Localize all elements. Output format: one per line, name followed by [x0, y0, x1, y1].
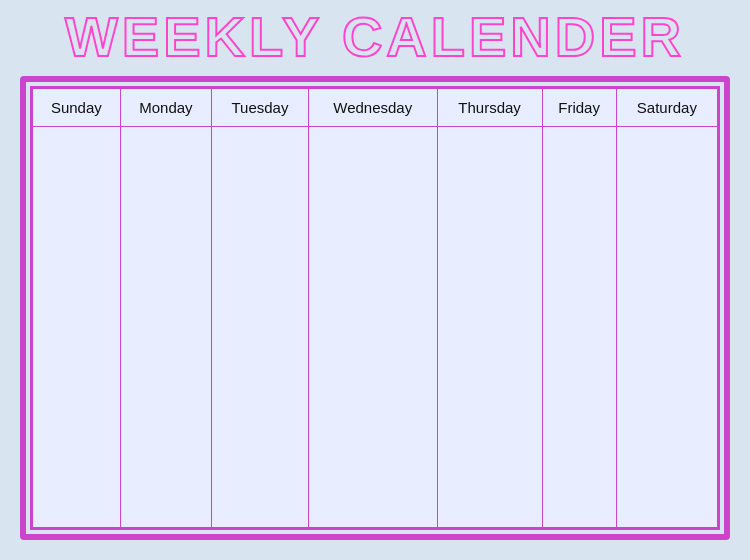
- calendar-outer-border: SundayMondayTuesdayWednesdayThursdayFrid…: [20, 76, 730, 540]
- day-cell-sunday[interactable]: [33, 126, 121, 527]
- day-header-tuesday: Tuesday: [212, 88, 309, 126]
- day-header-sunday: Sunday: [33, 88, 121, 126]
- day-cell-friday[interactable]: [542, 126, 616, 527]
- page-title: WEEKLY CALENDER: [65, 6, 685, 68]
- calendar-table: SundayMondayTuesdayWednesdayThursdayFrid…: [32, 88, 718, 528]
- day-cell-tuesday[interactable]: [212, 126, 309, 527]
- day-cell-wednesday[interactable]: [308, 126, 437, 527]
- day-header-monday: Monday: [120, 88, 211, 126]
- calendar-content-row: [33, 126, 718, 527]
- day-header-friday: Friday: [542, 88, 616, 126]
- day-header-wednesday: Wednesday: [308, 88, 437, 126]
- days-header-row: SundayMondayTuesdayWednesdayThursdayFrid…: [33, 88, 718, 126]
- day-header-saturday: Saturday: [616, 88, 717, 126]
- day-cell-thursday[interactable]: [437, 126, 542, 527]
- calendar-inner-border: SundayMondayTuesdayWednesdayThursdayFrid…: [30, 86, 720, 530]
- day-cell-saturday[interactable]: [616, 126, 717, 527]
- day-header-thursday: Thursday: [437, 88, 542, 126]
- day-cell-monday[interactable]: [120, 126, 211, 527]
